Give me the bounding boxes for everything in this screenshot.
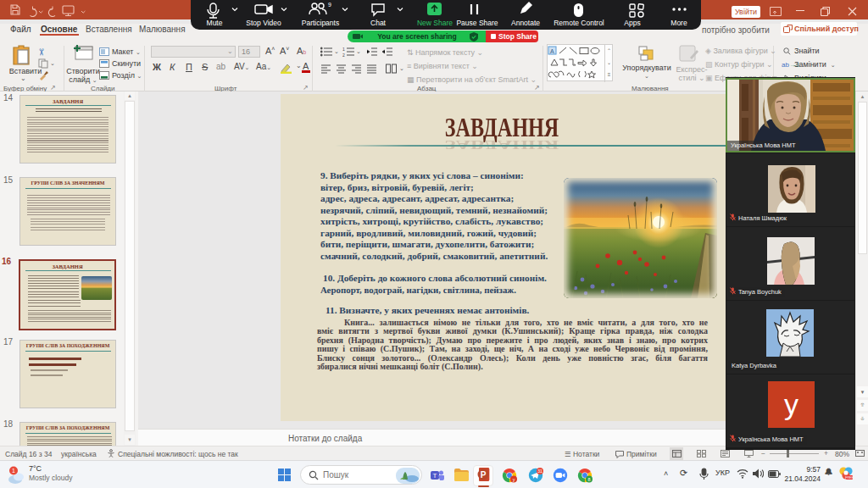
svg-text:FREE: FREE [845,476,853,480]
svg-text:2: 2 [342,53,345,58]
svg-text:y: y [513,477,515,482]
svg-text:А: А [550,48,554,54]
svg-text:1: 1 [342,47,345,52]
svg-text:P: P [481,470,487,480]
svg-text:1: 1 [12,468,15,474]
svg-text:31: 31 [537,469,542,474]
svg-text:9: 9 [328,2,331,8]
svg-text:8: 8 [587,477,590,482]
svg-text:T: T [433,472,437,480]
